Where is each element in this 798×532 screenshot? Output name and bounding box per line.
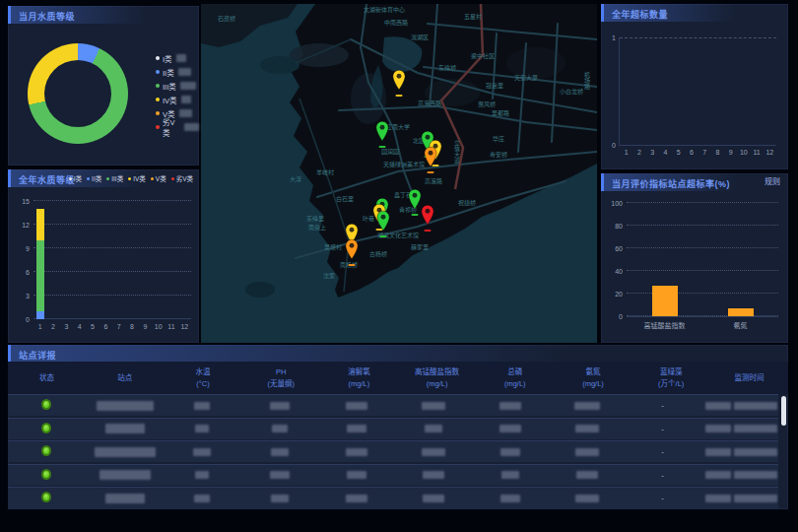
- gridline: 12: [33, 224, 191, 225]
- value-cell: [162, 425, 238, 433]
- legend-item: I类: [69, 173, 82, 183]
- gridline: 15: [33, 200, 191, 201]
- donut-chart[interactable]: [28, 43, 128, 144]
- station-pin-orange[interactable]: [345, 238, 360, 263]
- year-grade-legend: I类II类III类IV类V类劣V类: [69, 173, 193, 183]
- map-place-label: 滨湖区: [411, 33, 429, 41]
- map-place-label: 小白龙桥: [560, 87, 583, 96]
- value-redacted: [270, 402, 290, 410]
- stacked-bar-segment[interactable]: [36, 209, 44, 240]
- station-pin-red[interactable]: [421, 204, 435, 229]
- status-ok-dot: [41, 469, 51, 480]
- pin-shadow: [425, 230, 432, 232]
- value-cell: [470, 471, 547, 480]
- station-name-redacted: [105, 424, 145, 433]
- station-pin-yellow[interactable]: [392, 69, 407, 94]
- value-redacted: [499, 425, 521, 432]
- value-redacted: [346, 402, 367, 410]
- station-pin-green[interactable]: [376, 210, 391, 234]
- table-scrollbar[interactable]: [781, 396, 786, 426]
- time-redacted: [734, 471, 777, 479]
- station-pin-orange[interactable]: [424, 146, 438, 170]
- value-redacted: [346, 448, 367, 456]
- map-place-label: 天播绿洲美术馆: [383, 160, 425, 168]
- gridline: 0: [33, 318, 191, 319]
- panel-title: 当月水质等级: [19, 12, 75, 22]
- value-cell: [547, 471, 624, 480]
- value-cell: [316, 494, 393, 502]
- x-axis-tick: 7: [117, 323, 121, 330]
- panel-month-grade: 当月水质等级 I类II类III类IV类V类劣V类: [8, 6, 199, 166]
- stacked-bar-segment[interactable]: [36, 311, 44, 319]
- value-cell: [393, 471, 470, 480]
- value-cell: [547, 447, 624, 456]
- x-axis-tick: 3: [650, 149, 654, 156]
- table-row[interactable]: -: [8, 464, 778, 486]
- gridline: 3: [33, 295, 191, 296]
- x-axis-tick: 10: [740, 149, 748, 156]
- x-axis-tick: 10: [155, 323, 163, 330]
- value-redacted: [423, 495, 444, 502]
- table-row[interactable]: -: [8, 487, 778, 508]
- value-cell: [239, 494, 316, 502]
- value-redacted: [347, 425, 366, 432]
- gridline: 40: [627, 270, 778, 271]
- map-place-label: 太湖新体育中心: [364, 5, 405, 14]
- legend-label: 劣V类: [163, 116, 180, 138]
- map-place-label: 大浮: [290, 174, 301, 183]
- station-name-redacted: [95, 447, 156, 457]
- map[interactable]: 石皮桥太湖新体育中心中南西路滨湖区五星村梁中社区东绛桥天安大厦冠嘉里小白龙桥机场…: [201, 4, 597, 343]
- station-name-redacted: [100, 470, 151, 480]
- y-axis-tick: 1: [612, 34, 616, 41]
- rate-bar[interactable]: [652, 286, 678, 316]
- value-cell: [162, 447, 238, 456]
- map-place-label: 沈家: [323, 271, 335, 280]
- water-quality-dashboard: 当月水质等级 I类II类III类IV类V类劣V类 全年水质等级 I类II类III…: [0, 0, 798, 532]
- value-cell: [316, 471, 393, 480]
- column-header: 状态: [8, 372, 86, 383]
- month-rate-chart[interactable]: 020406080100高锰酸盐指数氨氮: [627, 203, 778, 317]
- panel-year-grade: 全年水质等级 I类II类III类IV类V类劣V类 036912151234567…: [8, 169, 199, 343]
- station-pin-green[interactable]: [375, 120, 390, 145]
- value-cell: [547, 425, 624, 433]
- stacked-bar-segment[interactable]: [36, 240, 44, 311]
- pin-shadow: [380, 235, 387, 237]
- value-redacted: [195, 471, 209, 479]
- table-row[interactable]: -: [8, 394, 778, 416]
- table-row[interactable]: -: [8, 418, 778, 439]
- year-grade-chart[interactable]: 03691215123456789101112: [33, 201, 191, 319]
- legend-label: III类: [163, 81, 176, 92]
- pin-shadow: [379, 146, 386, 148]
- rules-link[interactable]: 规则: [765, 173, 780, 191]
- value-redacted: [347, 471, 366, 479]
- pin-shadow: [412, 214, 419, 216]
- panel-station-table: 站点详报 状态站点水温(°C)PH(无量纲)溶解氧(mg/L)高锰酸盐指数(mg…: [8, 345, 788, 509]
- column-header: 监测时间: [710, 372, 788, 383]
- map-place-label: 天安大厦: [514, 73, 538, 82]
- legend-item: IV类: [128, 173, 146, 183]
- legend-dot: [156, 111, 160, 115]
- map-place-label: 立信大道: [453, 140, 462, 164]
- value-redacted: [194, 495, 210, 502]
- column-header: 站点: [86, 372, 164, 383]
- x-axis-tick: 11: [167, 323, 174, 330]
- value-cell: [393, 401, 470, 410]
- y-axis-tick: 9: [26, 245, 30, 252]
- status-ok-dot: [41, 445, 51, 456]
- time-redacted: [705, 471, 731, 479]
- legend-item: V类: [151, 173, 166, 183]
- time-cell: [701, 425, 778, 433]
- station-name-redacted: [105, 494, 145, 503]
- map-place-label: 吴塘村: [324, 242, 342, 251]
- x-axis-tick: 5: [91, 323, 95, 330]
- x-axis-tick: 12: [765, 149, 773, 156]
- rate-bar[interactable]: [728, 308, 754, 316]
- x-axis-tick: 5: [677, 149, 681, 156]
- panel-header: 当月水质等级: [8, 6, 199, 24]
- table-row[interactable]: -: [8, 440, 778, 462]
- year-exceed-chart[interactable]: 10123456789101112: [619, 37, 776, 146]
- gridline: 80: [627, 225, 778, 226]
- algae-cell: -: [625, 471, 701, 480]
- map-place-label: 南泉上: [308, 223, 326, 232]
- algae-cell: -: [625, 401, 701, 410]
